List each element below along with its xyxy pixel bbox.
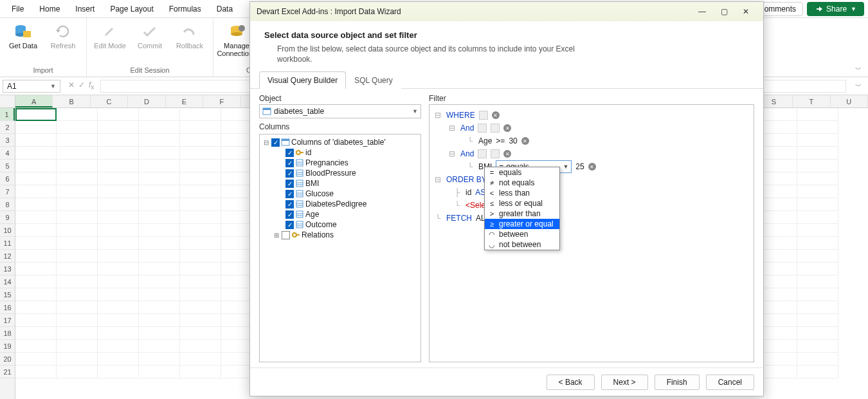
column-header[interactable]: F [203, 95, 240, 107]
ribbon-tab-pagelayout[interactable]: Page Layout [102, 2, 161, 16]
row-header[interactable]: 1 [0, 108, 15, 121]
minimize-button[interactable]: — [691, 5, 713, 19]
cell[interactable] [797, 275, 838, 288]
cell[interactable] [139, 327, 180, 340]
cell[interactable] [15, 185, 57, 198]
cell[interactable] [139, 134, 180, 147]
columns-root[interactable]: ⊟ ✓ Columns of 'diabetes_table' [261, 137, 419, 147]
column-item[interactable]: ✓Age [261, 209, 419, 219]
cell[interactable] [797, 327, 838, 340]
cancel-formula-icon[interactable]: ✕ [68, 80, 75, 91]
commit-button[interactable]: Commit [133, 21, 167, 50]
cell[interactable] [797, 250, 838, 263]
row-header[interactable]: 12 [0, 250, 15, 263]
ribbon-collapse-icon[interactable]: ﹀ [855, 65, 862, 74]
cell[interactable] [98, 172, 139, 185]
cell[interactable] [15, 327, 57, 340]
cell[interactable] [98, 314, 139, 327]
cell[interactable] [139, 108, 180, 121]
cell[interactable] [15, 108, 57, 121]
select-all-corner[interactable] [0, 95, 15, 108]
cell[interactable] [57, 301, 98, 314]
cell[interactable] [15, 301, 57, 314]
cell[interactable] [15, 224, 57, 237]
cell[interactable] [139, 353, 180, 366]
cell[interactable] [180, 108, 221, 121]
cell[interactable] [57, 353, 98, 366]
cell[interactable] [98, 250, 139, 263]
column-header[interactable]: A [15, 95, 53, 107]
cell[interactable] [15, 198, 57, 211]
cell[interactable] [57, 224, 98, 237]
operator-option[interactable]: ≠not equals [485, 178, 559, 188]
row-header[interactable]: 11 [0, 237, 15, 250]
cancel-button[interactable]: Cancel [706, 375, 754, 390]
operator-option[interactable]: >greater than [485, 209, 559, 219]
cell[interactable] [15, 121, 57, 134]
cell[interactable] [180, 198, 221, 211]
cell[interactable] [797, 134, 838, 147]
checkbox[interactable]: ✓ [285, 169, 294, 178]
cell[interactable] [797, 172, 838, 185]
cell[interactable] [57, 121, 98, 134]
checkbox[interactable]: ✓ [271, 138, 280, 147]
cell[interactable] [797, 353, 838, 366]
column-item[interactable]: ✓BloodPressure [261, 168, 419, 178]
enter-formula-icon[interactable]: ✓ [78, 80, 85, 91]
cell[interactable] [180, 160, 221, 172]
cell[interactable] [98, 211, 139, 224]
row-header[interactable]: 8 [0, 198, 15, 211]
cell[interactable] [139, 198, 180, 211]
column-item[interactable]: ✓DiabetesPedigree [261, 199, 419, 209]
cell[interactable] [57, 172, 98, 185]
cell[interactable] [139, 366, 180, 378]
operator-option[interactable]: ≥greater or equal [485, 219, 559, 229]
cell[interactable] [98, 185, 139, 198]
cell[interactable] [57, 211, 98, 224]
operator-age[interactable]: >= [496, 136, 505, 145]
cell[interactable] [139, 172, 180, 185]
cell[interactable] [180, 288, 221, 301]
cell[interactable] [15, 288, 57, 301]
cell[interactable] [98, 327, 139, 340]
cell[interactable] [139, 211, 180, 224]
orderby-field[interactable]: id [466, 188, 471, 197]
row-header[interactable]: 10 [0, 224, 15, 237]
cell[interactable] [98, 275, 139, 288]
row-header[interactable]: 20 [0, 353, 15, 366]
cell[interactable] [98, 147, 139, 160]
cell[interactable] [180, 250, 221, 263]
cell[interactable] [180, 327, 221, 340]
row-header[interactable]: 15 [0, 288, 15, 301]
close-button[interactable]: ✕ [735, 5, 757, 19]
cell[interactable] [797, 340, 838, 353]
cell[interactable] [180, 340, 221, 353]
operator-option[interactable]: ◡not between [485, 239, 559, 250]
cell[interactable] [15, 237, 57, 250]
delete-icon[interactable]: ✕ [521, 137, 529, 145]
delete-icon[interactable]: ✕ [588, 163, 596, 171]
fx-icon[interactable]: fx [89, 80, 94, 91]
cell[interactable] [139, 160, 180, 172]
cell[interactable] [57, 250, 98, 263]
cell[interactable] [57, 185, 98, 198]
tab-visual-query-builder[interactable]: Visual Query Builder [259, 71, 346, 89]
cell[interactable] [180, 224, 221, 237]
cell[interactable] [15, 340, 57, 353]
cell[interactable] [15, 134, 57, 147]
column-item[interactable]: ✓id [261, 147, 419, 158]
cell[interactable] [139, 288, 180, 301]
cell[interactable] [98, 198, 139, 211]
column-item[interactable]: ✓Outcome [261, 219, 419, 230]
add-icon[interactable] [478, 124, 487, 133]
cell[interactable] [180, 147, 221, 160]
cell[interactable] [57, 108, 98, 121]
refresh-button[interactable]: Refresh [46, 21, 80, 50]
cell[interactable] [797, 160, 838, 172]
finish-button[interactable]: Finish [655, 375, 700, 390]
name-box[interactable]: A1 ▼ [3, 80, 60, 93]
expand-icon[interactable]: ⊞ [273, 232, 280, 239]
cell[interactable] [139, 237, 180, 250]
checkbox[interactable]: ✓ [285, 159, 294, 167]
cell[interactable] [15, 366, 57, 378]
